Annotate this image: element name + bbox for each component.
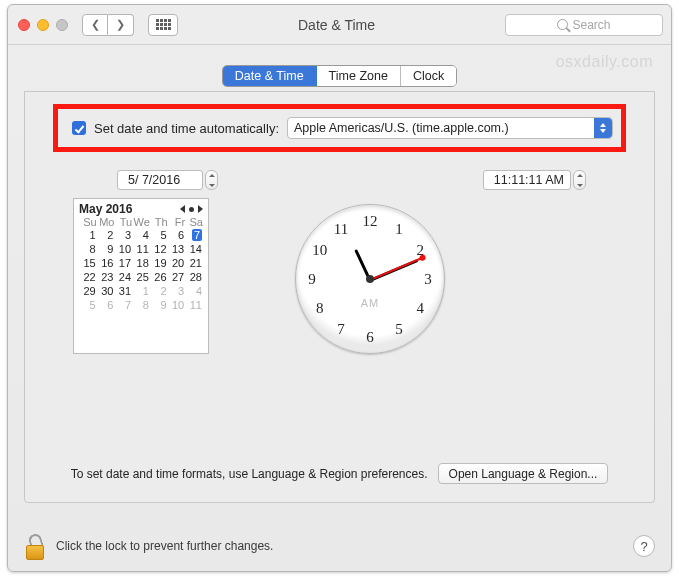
cal-day[interactable]: 5	[79, 298, 97, 312]
back-button[interactable]: ❮	[82, 14, 108, 36]
clock-number: 4	[416, 300, 424, 317]
cal-day[interactable]: 15	[79, 256, 97, 270]
prefs-window: ❮ ❯ Date & Time Search osxdaily.com Date…	[7, 4, 672, 572]
lock-hint: Click the lock to prevent further change…	[56, 539, 273, 553]
cal-day[interactable]: 8	[79, 242, 97, 256]
open-language-region-button[interactable]: Open Language & Region...	[438, 463, 609, 484]
cal-day[interactable]: 6	[168, 228, 186, 242]
cal-day[interactable]: 24	[114, 270, 132, 284]
cal-day[interactable]: 7	[185, 228, 203, 242]
clock-pin	[366, 275, 374, 283]
time-stepper[interactable]	[573, 170, 586, 190]
cal-day[interactable]: 1	[79, 228, 97, 242]
auto-label: Set date and time automatically:	[94, 121, 279, 136]
cal-day[interactable]: 7	[114, 298, 132, 312]
time-server-value: Apple Americas/U.S. (time.apple.com.)	[294, 121, 509, 135]
cal-day[interactable]: 14	[185, 242, 203, 256]
cal-today-icon[interactable]	[189, 207, 194, 212]
cal-day[interactable]: 18	[132, 256, 150, 270]
grid-icon	[156, 19, 171, 30]
date-field[interactable]: 5/ 7/2016	[117, 170, 203, 190]
cal-day[interactable]: 23	[97, 270, 115, 284]
cal-day[interactable]: 1	[132, 284, 150, 298]
cal-day[interactable]: 31	[114, 284, 132, 298]
cal-day[interactable]: 9	[97, 242, 115, 256]
clock-number: 12	[363, 213, 378, 230]
calendar-title: May 2016	[79, 202, 132, 216]
tab-time-zone[interactable]: Time Zone	[317, 66, 401, 86]
date-stepper[interactable]	[205, 170, 218, 190]
cal-day[interactable]: 10	[168, 298, 186, 312]
cal-day[interactable]: 3	[114, 228, 132, 242]
auto-checkbox[interactable]	[72, 121, 86, 135]
time-field-group: 11:11:11 AM	[483, 170, 586, 190]
cal-day[interactable]: 22	[79, 270, 97, 284]
cal-day[interactable]: 25	[132, 270, 150, 284]
clock-number: 1	[395, 220, 403, 237]
calendar[interactable]: May 2016 SuMoTuWeThFrSa 1234567891011121…	[73, 198, 209, 354]
cal-day[interactable]: 8	[132, 298, 150, 312]
cal-day[interactable]: 3	[168, 284, 186, 298]
clock-number: 10	[312, 242, 327, 259]
watermark: osxdaily.com	[556, 53, 653, 71]
field-row: 5/ 7/2016 11:11:11 AM	[53, 170, 626, 190]
calendar-grid: SuMoTuWeThFrSa 1234567891011121314151617…	[79, 216, 203, 312]
cal-dow: We	[132, 216, 150, 228]
help-button[interactable]: ?	[633, 535, 655, 557]
cal-day[interactable]: 4	[132, 228, 150, 242]
cal-day[interactable]: 21	[185, 256, 203, 270]
forward-button[interactable]: ❯	[108, 14, 134, 36]
cal-day[interactable]: 19	[150, 256, 168, 270]
cal-prev-icon[interactable]	[180, 205, 185, 213]
clock-number: 6	[366, 329, 374, 346]
cal-day[interactable]: 2	[97, 228, 115, 242]
time-field[interactable]: 11:11:11 AM	[483, 170, 571, 190]
tab-clock[interactable]: Clock	[401, 66, 456, 86]
close-button[interactable]	[18, 19, 30, 31]
cal-next-icon[interactable]	[198, 205, 203, 213]
tab-date-time[interactable]: Date & Time	[223, 66, 317, 86]
cal-day[interactable]: 28	[185, 270, 203, 284]
show-all-button[interactable]	[148, 14, 178, 36]
minimize-button[interactable]	[37, 19, 49, 31]
zoom-button[interactable]	[56, 19, 68, 31]
cal-dow: Th	[150, 216, 168, 228]
cal-day[interactable]: 26	[150, 270, 168, 284]
clock-number: 5	[395, 321, 403, 338]
nav-group: ❮ ❯	[82, 14, 134, 36]
date-field-group: 5/ 7/2016	[117, 170, 218, 190]
clock-number: 11	[334, 220, 348, 237]
cal-day[interactable]: 30	[97, 284, 115, 298]
lock-bar: Click the lock to prevent further change…	[24, 529, 655, 563]
clock-number: 9	[308, 271, 316, 288]
calendar-nav	[180, 205, 203, 213]
cal-day[interactable]: 11	[185, 298, 203, 312]
cal-dow: Su	[79, 216, 97, 228]
cal-day[interactable]: 13	[168, 242, 186, 256]
search-icon	[557, 19, 568, 30]
lock-icon[interactable]	[24, 532, 46, 560]
highlight-box: Set date and time automatically: Apple A…	[53, 104, 626, 152]
cal-day[interactable]: 12	[150, 242, 168, 256]
cal-day[interactable]: 10	[114, 242, 132, 256]
cal-day[interactable]: 20	[168, 256, 186, 270]
cal-day[interactable]: 2	[150, 284, 168, 298]
search-input[interactable]: Search	[505, 14, 663, 36]
cal-day[interactable]: 4	[185, 284, 203, 298]
cal-day[interactable]: 5	[150, 228, 168, 242]
cal-day[interactable]: 17	[114, 256, 132, 270]
clock-number: 8	[316, 300, 324, 317]
cal-day[interactable]: 29	[79, 284, 97, 298]
analog-clock: 121234567891011 AM	[295, 204, 445, 354]
cal-day[interactable]: 16	[97, 256, 115, 270]
cal-day[interactable]: 6	[97, 298, 115, 312]
cal-day[interactable]: 9	[150, 298, 168, 312]
format-hint-row: To set date and time formats, use Langua…	[25, 463, 654, 484]
cal-day[interactable]: 27	[168, 270, 186, 284]
clock-number: 3	[424, 271, 432, 288]
cal-day[interactable]: 11	[132, 242, 150, 256]
time-server-combo[interactable]: Apple Americas/U.S. (time.apple.com.)	[287, 117, 613, 139]
search-placeholder: Search	[572, 18, 610, 32]
format-hint: To set date and time formats, use Langua…	[71, 467, 428, 481]
clock-ampm: AM	[361, 297, 380, 309]
